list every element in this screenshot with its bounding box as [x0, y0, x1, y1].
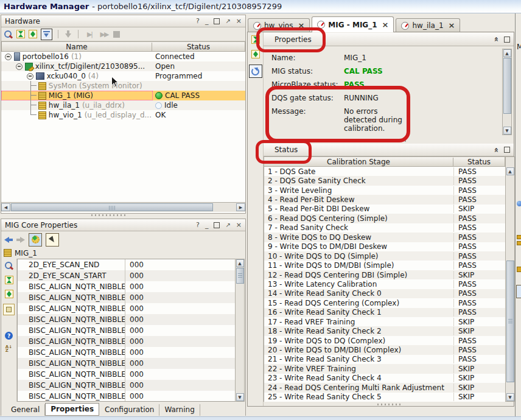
tree-row[interactable]: hw_ila_1(u_ila_ddrx)Idle [1, 100, 245, 110]
tree-row[interactable]: xilinx_tcf/Digilent/21030895...Open [1, 61, 245, 71]
column-header-status[interactable]: Status [453, 158, 505, 166]
sort-az-icon[interactable]: A↓Z [5, 345, 13, 352]
cursor-tool-button[interactable] [46, 233, 59, 247]
property-row[interactable]: 2D_EYE_SCAN_START000 [18, 270, 235, 281]
run-all-icon[interactable]: ▶▶ [99, 30, 110, 38]
tree-row[interactable]: hw_vio_1(u_led_display_d...OK [1, 110, 245, 120]
scrollbar-thumb[interactable] [506, 261, 514, 382]
calibration-row[interactable]: 5 - Read Per-Bit DBI DeskewSKIP [264, 205, 505, 214]
calibration-row[interactable]: 6 - Read DQS Centering (Simple)PASS [264, 214, 505, 223]
property-row[interactable]: BISC_ALIGN_NQTR_NIBBLE4000 [18, 325, 235, 336]
pane-splitter[interactable] [264, 138, 514, 144]
calibration-row[interactable]: 7 - Read Sanity CheckPASS [264, 223, 505, 233]
expand-handle-icon[interactable] [16, 63, 23, 70]
tab-warning[interactable]: Warning [159, 404, 200, 416]
minimize-button[interactable]: _ [205, 18, 209, 24]
tree-row[interactable]: xcku040_0(4)Programmed [1, 71, 245, 81]
autoconnect-icon[interactable] [41, 29, 52, 40]
property-row[interactable]: BISC_ALIGN_NQTR_NIBBLE6000 [18, 347, 235, 358]
tab-properties[interactable]: Properties [45, 403, 99, 416]
property-row[interactable]: BISC_ALIGN_NQTR_NIBBLE10000 [18, 391, 235, 402]
column-header-status[interactable]: Status [152, 43, 245, 51]
properties-scrollbar[interactable]: ▲ ▼ [502, 49, 512, 135]
back-arrow-icon[interactable] [4, 237, 13, 243]
minimize-button[interactable]: _ [205, 222, 209, 228]
dashboard-tab-hw_ila_1[interactable]: hw_ila_1× [396, 18, 460, 32]
calibration-row[interactable]: 1 - DQS GatePASS [264, 167, 505, 176]
calibration-row[interactable]: 22 - Write VREF TrainingSKIP [264, 364, 505, 373]
tree-row-name[interactable]: hw_vio_1(u_led_display_d... [1, 110, 153, 120]
tree-row-name[interactable]: xilinx_tcf/Digilent/21030895... [1, 61, 153, 71]
calibration-row[interactable]: 17 - Read VREF TrainingSKIP [264, 317, 505, 326]
calibration-row[interactable]: 9 - Write DQS to DM/DBI DeskewPASS [264, 242, 505, 251]
property-row[interactable]: 2D_EYE_SCAN_END000 [18, 259, 235, 270]
tree-row[interactable]: SysMon(System Monitor) [1, 81, 245, 91]
expand-handle-icon[interactable] [27, 73, 33, 80]
status-table-column-header[interactable]: Calibration Stage Status [264, 156, 505, 167]
float-button[interactable]: ↗ [225, 18, 230, 24]
tab-close-icon[interactable]: × [298, 23, 304, 29]
scrollbar-thumb[interactable] [11, 203, 213, 211]
run-step-icon[interactable]: ▶| [84, 30, 95, 38]
expand-all-icon[interactable] [5, 290, 13, 298]
calibration-row[interactable]: 19 - Write DQS to DQ (Complex)PASS [264, 336, 505, 345]
help-button[interactable]: ? [196, 18, 200, 24]
expand-handle-icon[interactable] [5, 54, 12, 60]
tab-close-icon[interactable]: × [449, 23, 455, 29]
scroll-up-button[interactable]: ▲ [506, 167, 514, 175]
calibration-row[interactable]: 23 - Write Read Sanity Check 4SKIP [264, 374, 505, 383]
hardware-horizontal-scrollbar[interactable]: ◀ ▶ [1, 202, 245, 212]
gear-tool-button[interactable] [29, 233, 42, 247]
tree-row[interactable]: MIG_1 (MIG)CAL PASS [1, 91, 245, 100]
expand-all-icon[interactable] [29, 30, 37, 38]
scroll-right-button[interactable]: ▶ [236, 203, 245, 211]
pane-resize-handle[interactable] [377, 404, 402, 405]
scroll-left-button[interactable]: ◀ [1, 203, 10, 211]
collapse-pane-icon[interactable]: » [491, 147, 500, 152]
mig-properties-scrollbar[interactable]: ▲ ▼ [235, 259, 245, 402]
scroll-down-button[interactable]: ▼ [503, 127, 511, 135]
mig-object-row[interactable]: MIG_1 [1, 248, 245, 258]
maximize-pane-icon[interactable] [504, 37, 510, 43]
calibration-row[interactable]: 12 - Read DQS Centering DBI (Simple)SKIP [264, 270, 505, 279]
property-row[interactable]: BISC_ALIGN_NQTR_NIBBLE3000 [18, 314, 235, 325]
property-row[interactable]: BISC_ALIGN_NQTR_NIBBLE9000 [18, 380, 235, 391]
calibration-row[interactable]: 16 - Write Read Sanity Check 1PASS [264, 308, 505, 317]
tab-configuration[interactable]: Configuration [100, 404, 159, 416]
property-row[interactable]: BISC_ALIGN_NQTR_NIBBLE5000 [18, 336, 235, 347]
tree-row-name[interactable]: SysMon(System Monitor) [1, 81, 153, 91]
column-header-calibration-stage[interactable]: Calibration Stage [264, 158, 453, 166]
calibration-row[interactable]: 15 - Read DQS Centering (Complex)PASS [264, 298, 505, 307]
scroll-down-button[interactable]: ▼ [236, 393, 244, 401]
calibration-row[interactable]: 3 - Write LevelingPASS [264, 186, 505, 195]
close-button[interactable]: × [236, 18, 242, 24]
tab-close-icon[interactable]: × [382, 22, 389, 28]
property-row[interactable]: BISC_ALIGN_NQTR_NIBBLE0000 [18, 281, 235, 292]
dashboard-tab-hw_vios[interactable]: hw_vios× [248, 18, 310, 32]
property-row[interactable]: BISC_ALIGN_NQTR_NIBBLE1000 [18, 292, 235, 303]
collapse-pane-icon[interactable]: » [491, 37, 500, 41]
tree-row[interactable]: portobello16(1)Connected [1, 52, 245, 61]
calibration-row[interactable]: 4 - Read Per-Bit DeskewPASS [264, 195, 505, 204]
column-header-name[interactable]: Name [2, 43, 152, 51]
scrollbar-thumb[interactable] [236, 268, 244, 284]
scroll-up-button[interactable]: ▲ [503, 49, 511, 57]
stop-icon[interactable] [113, 31, 120, 38]
scroll-down-button[interactable]: ▼ [506, 393, 514, 401]
fwd-arrow-icon[interactable] [16, 237, 25, 243]
scroll-up-button[interactable]: ▲ [236, 259, 244, 267]
calibration-row[interactable]: 24 - Read DQS Centering Multi Rank Adjus… [264, 383, 505, 392]
collapse-all-icon[interactable] [5, 276, 13, 284]
float-button[interactable]: ↗ [225, 222, 230, 228]
maximize-pane-icon[interactable] [504, 147, 510, 153]
hardware-tree-column-header[interactable]: Name Status [1, 41, 245, 52]
dashboard-tab-mig-mig_1[interactable]: MIG - MIG_1× [312, 16, 394, 32]
calibration-row[interactable]: 11 - Write DQS to DM/DBI (Simple)PASS [264, 261, 505, 270]
calibration-row[interactable]: 20 - Write DQS to DM/DBI (Complex)PASS [264, 345, 505, 354]
hierarchy-view-button[interactable] [3, 304, 15, 315]
calibration-row[interactable]: 18 - Write Read Sanity Check 2SKIP [264, 326, 505, 335]
program-gray-icon[interactable] [64, 30, 72, 38]
property-row[interactable]: BISC_ALIGN_NQTR_NIBBLE7000 [18, 358, 235, 369]
tree-row-name[interactable]: xcku040_0(4) [1, 71, 153, 81]
calibration-row[interactable]: 13 - Write Latency CalibrationPASS [264, 279, 505, 289]
